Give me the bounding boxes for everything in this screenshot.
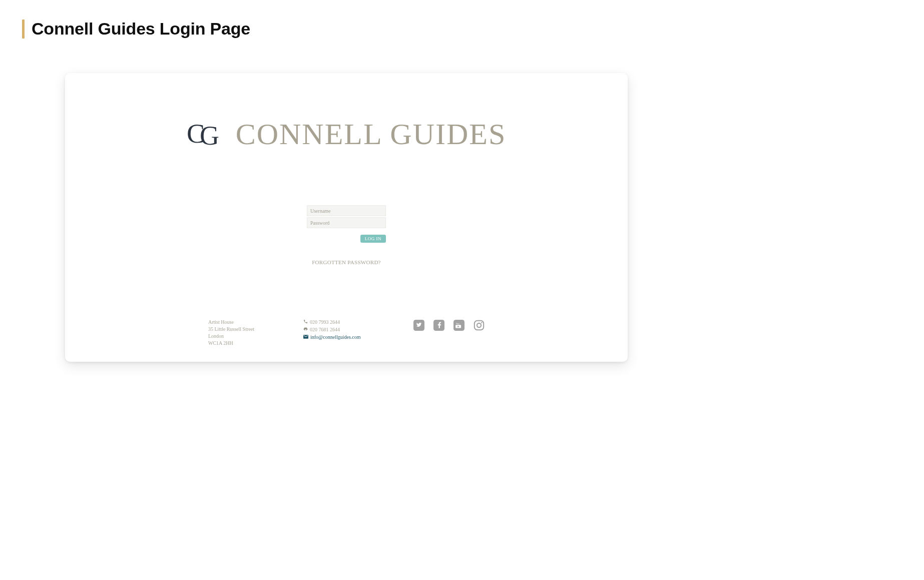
- svg-rect-7: [475, 321, 484, 330]
- email-row: info@connellguides.com: [303, 334, 383, 341]
- logo-text: CONNELL GUIDES: [236, 117, 507, 152]
- password-input[interactable]: [307, 217, 386, 228]
- address-line: Artist House: [208, 319, 273, 326]
- login-form: LOG IN: [307, 205, 386, 243]
- address-line: WC1A 2HH: [208, 340, 273, 347]
- fax-row: 020 7681 2644: [303, 326, 383, 333]
- svg-text:G: G: [200, 121, 219, 149]
- youtube-icon[interactable]: You: [453, 320, 465, 331]
- phone-icon: [303, 319, 308, 326]
- fax-icon: [303, 326, 308, 333]
- svg-text:You: You: [456, 322, 460, 325]
- footer: Artist House 35 Little Russell Street Lo…: [65, 319, 628, 347]
- instagram-icon[interactable]: [474, 320, 485, 331]
- footer-contact: 020 7993 2644 020 7681 2644 info@connell…: [303, 319, 383, 347]
- username-input[interactable]: [307, 205, 386, 216]
- fax-number: 020 7681 2644: [310, 326, 340, 333]
- forgot-password-row: FORGOTTEN PASSWORD?: [65, 257, 628, 266]
- logo-mark-icon: C G: [187, 121, 223, 149]
- email-link[interactable]: info@connellguides.com: [310, 334, 361, 341]
- phone-row: 020 7993 2644: [303, 319, 383, 326]
- page-header: Connell Guides Login Page: [22, 19, 250, 39]
- facebook-icon[interactable]: [433, 320, 444, 331]
- forgot-password-link[interactable]: FORGOTTEN PASSWORD?: [312, 259, 381, 265]
- svg-point-8: [477, 323, 481, 327]
- envelope-icon: [303, 334, 308, 341]
- svg-point-9: [481, 322, 482, 323]
- address-line: London: [208, 333, 273, 340]
- twitter-icon[interactable]: [413, 320, 424, 331]
- footer-address: Artist House 35 Little Russell Street Lo…: [208, 319, 273, 347]
- logo: C G CONNELL GUIDES: [65, 117, 628, 152]
- page-title: Connell Guides Login Page: [32, 19, 250, 39]
- login-button-row: LOG IN: [307, 233, 386, 243]
- title-accent-bar: [22, 20, 25, 39]
- phone-number: 020 7993 2644: [310, 319, 340, 326]
- login-card: C G CONNELL GUIDES LOG IN FORGOTTEN PASS…: [65, 73, 628, 362]
- address-line: 35 Little Russell Street: [208, 326, 273, 333]
- footer-social: You: [413, 319, 485, 347]
- login-button[interactable]: LOG IN: [360, 235, 386, 243]
